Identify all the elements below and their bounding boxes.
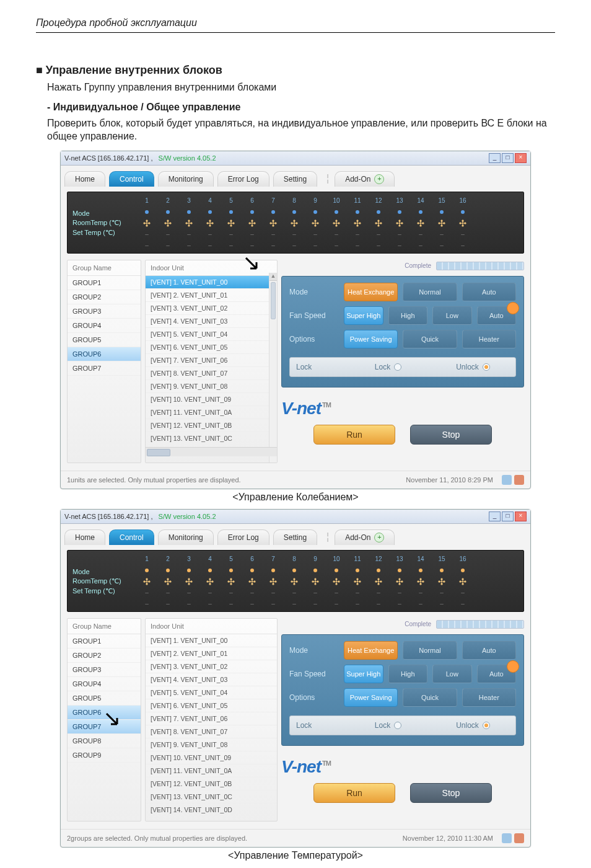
fan-high-button[interactable]: High (388, 665, 428, 683)
unit-item[interactable]: [VENT] 5. VENT_UNIT_04 (146, 686, 277, 699)
tab-errorlog[interactable]: Error Log (217, 171, 269, 187)
mode-heat-exchange-button[interactable]: Heat Exchange (344, 283, 398, 301)
unit-item[interactable]: [VENT] 8. VENT_UNIT_07 (146, 725, 277, 738)
unit-item[interactable]: [VENT] 10. VENT_UNIT_09 (146, 751, 277, 764)
unit-item[interactable]: [VENT] 8. VENT_UNIT_07 (146, 367, 277, 380)
run-button[interactable]: Run (313, 783, 395, 803)
footer-icon-a[interactable] (502, 475, 512, 485)
opt-quick-button[interactable]: Quick (403, 688, 457, 707)
status-dot (412, 569, 429, 572)
unit-item[interactable]: [VENT] 6. VENT_UNIT_05 (146, 699, 277, 712)
unit-item[interactable]: [VENT] 12. VENT_UNIT_0B (146, 419, 277, 432)
fan-low-button[interactable]: Low (432, 306, 472, 325)
window-maximize-button[interactable]: □ (502, 153, 514, 163)
unit-item[interactable]: [VENT] 9. VENT_UNIT_08 (146, 380, 277, 393)
tab-setting[interactable]: Setting (273, 529, 317, 545)
unit-item[interactable]: [VENT] 4. VENT_UNIT_03 (146, 315, 277, 328)
fan-superhigh-button[interactable]: Super High (344, 665, 383, 683)
unlock-button[interactable]: Unlock (431, 363, 515, 371)
main-tabs: Home Control Monitoring Error Log Settin… (61, 166, 530, 187)
opt-power-saving-button[interactable]: Power Saving (344, 688, 398, 707)
tab-monitoring[interactable]: Monitoring (158, 529, 214, 545)
lock-button[interactable]: Lock (346, 721, 431, 730)
unit-item[interactable]: [VENT] 2. VENT_UNIT_01 (146, 647, 277, 660)
window-minimize-button[interactable]: _ (489, 512, 501, 521)
window-close-button[interactable]: × (515, 153, 527, 163)
tab-control[interactable]: Control (109, 529, 154, 545)
tab-setting[interactable]: Setting (273, 171, 317, 187)
tab-monitoring[interactable]: Monitoring (158, 171, 214, 187)
mode-normal-button[interactable]: Normal (403, 283, 457, 301)
opt-heater-button[interactable]: Heater (462, 330, 516, 348)
group-item[interactable]: GROUP1 (68, 634, 141, 649)
unit-item[interactable]: [VENT] 3. VENT_UNIT_02 (146, 660, 277, 673)
fan-low-button[interactable]: Low (432, 665, 472, 683)
tab-control[interactable]: Control (109, 171, 154, 187)
mode-normal-button[interactable]: Normal (403, 641, 457, 660)
tab-home[interactable]: Home (64, 529, 105, 545)
group-item[interactable]: GROUP2 (68, 290, 141, 304)
unit-item[interactable]: [VENT] 13. VENT_UNIT_0C (146, 790, 277, 804)
unit-item[interactable]: [VENT] 5. VENT_UNIT_04 (146, 328, 277, 341)
mode-auto-button[interactable]: Auto (462, 283, 516, 301)
group-item[interactable]: GROUP5 (68, 333, 141, 347)
unit-item[interactable]: [VENT] 12. VENT_UNIT_0B (146, 777, 277, 790)
stop-button[interactable]: Stop (410, 425, 492, 445)
opt-power-saving-button[interactable]: Power Saving (344, 330, 398, 348)
group-item[interactable]: GROUP8 (68, 734, 141, 748)
window-maximize-button[interactable]: □ (502, 512, 514, 521)
opt-quick-button[interactable]: Quick (403, 330, 457, 348)
fan-high-button[interactable]: High (388, 306, 428, 325)
window-close-button[interactable]: × (515, 512, 527, 521)
unit-scrollbar[interactable]: ▲ (269, 273, 277, 463)
unit-item[interactable]: [VENT] 14. VENT_UNIT_0D (146, 804, 277, 814)
group-item[interactable]: GROUP3 (68, 304, 141, 319)
mode-auto-button[interactable]: Auto (462, 641, 516, 660)
lock-button[interactable]: Lock (346, 363, 431, 371)
unit-item[interactable]: [VENT] 2. VENT_UNIT_01 (146, 289, 277, 302)
group-item[interactable]: GROUP4 (68, 319, 141, 333)
tab-errorlog[interactable]: Error Log (217, 529, 269, 545)
fan-auto-button[interactable]: Auto (477, 306, 517, 325)
unit-item[interactable]: [VENT] 1. VENT_UNIT_00 (146, 276, 277, 289)
mode-heat-exchange-button[interactable]: Heat Exchange (344, 641, 398, 660)
tab-addon[interactable]: Add-On+ (335, 171, 395, 187)
group-item[interactable]: GROUP9 (68, 748, 141, 763)
window-minimize-button[interactable]: _ (489, 153, 501, 163)
unlock-button[interactable]: Unlock (431, 721, 515, 730)
footer-icon-b[interactable] (514, 833, 524, 843)
group-item[interactable]: GROUP4 (68, 677, 141, 691)
unit-item[interactable]: [VENT] 11. VENT_UNIT_0A (146, 406, 277, 419)
group-item[interactable]: GROUP3 (68, 663, 141, 677)
run-button[interactable]: Run (313, 425, 395, 445)
hslider-thumb[interactable] (147, 449, 170, 456)
unit-item[interactable]: [VENT] 3. VENT_UNIT_02 (146, 302, 277, 315)
unit-item[interactable]: [VENT] 4. VENT_UNIT_03 (146, 673, 277, 686)
opt-heater-button[interactable]: Heater (462, 688, 516, 707)
unit-item[interactable]: [VENT] 7. VENT_UNIT_06 (146, 354, 277, 367)
group-item[interactable]: GROUP6 (68, 347, 141, 361)
unit-item[interactable]: [VENT] 9. VENT_UNIT_08 (146, 738, 277, 751)
fan-auto-button[interactable]: Auto (477, 665, 517, 683)
fan-superhigh-button[interactable]: Super High (344, 306, 383, 325)
tab-home[interactable]: Home (64, 171, 105, 187)
stop-button[interactable]: Stop (410, 783, 492, 803)
scroll-up-icon[interactable]: ▲ (269, 273, 277, 281)
tab-addon[interactable]: Add-On+ (335, 529, 395, 545)
unit-item[interactable]: [VENT] 6. VENT_UNIT_05 (146, 341, 277, 354)
scroll-thumb[interactable] (271, 282, 276, 319)
unit-hslider[interactable] (146, 447, 277, 456)
group-item[interactable]: GROUP2 (68, 649, 141, 663)
footer-icon-b[interactable] (514, 475, 524, 485)
group-item[interactable]: GROUP5 (68, 691, 141, 706)
group-item[interactable]: GROUP7 (68, 720, 141, 734)
group-item[interactable]: GROUP7 (68, 361, 141, 376)
group-item[interactable]: GROUP6 (68, 706, 141, 720)
unit-item[interactable]: [VENT] 1. VENT_UNIT_00 (146, 634, 277, 647)
unit-item[interactable]: [VENT] 7. VENT_UNIT_06 (146, 712, 277, 725)
unit-item[interactable]: [VENT] 13. VENT_UNIT_0C (146, 432, 277, 445)
unit-item[interactable]: [VENT] 11. VENT_UNIT_0A (146, 764, 277, 777)
footer-icon-a[interactable] (502, 833, 512, 843)
group-item[interactable]: GROUP1 (68, 276, 141, 290)
unit-item[interactable]: [VENT] 10. VENT_UNIT_09 (146, 393, 277, 406)
